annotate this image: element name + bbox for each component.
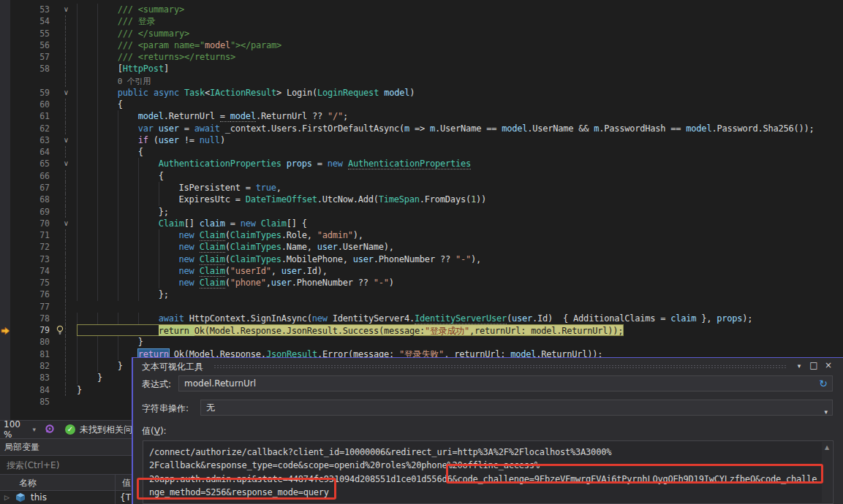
code-line[interactable]: 68ExpiresUtc = DateTimeOffset.UtcNow.Add… — [0, 194, 843, 205]
line-number[interactable]: 83 — [0, 372, 56, 383]
code-lines[interactable]: 53∨/// <summary>54/// 登录55/// </summary>… — [0, 4, 843, 408]
column-divider[interactable] — [115, 475, 116, 490]
code-text[interactable]: /// <summary> — [77, 4, 184, 15]
code-line[interactable]: 67IsPersistent = true, — [0, 182, 843, 194]
line-number[interactable]: 72 — [0, 241, 56, 253]
line-number[interactable]: 82 — [0, 360, 56, 372]
code-text[interactable]: await HttpContext.SignInAsync(new Identi… — [77, 313, 752, 324]
code-text[interactable]: { — [77, 99, 123, 110]
code-line[interactable]: 55/// </summary> — [0, 28, 843, 39]
code-line[interactable]: 71new Claim(ClaimTypes.Role, "admin"), — [0, 229, 843, 241]
line-number[interactable]: 75 — [0, 277, 56, 289]
code-text[interactable]: { — [77, 146, 143, 158]
code-text[interactable]: } — [77, 336, 143, 348]
code-text[interactable]: ExpiresUtc = DateTimeOffset.UtcNow.Add(T… — [77, 194, 486, 205]
column-divider[interactable] — [115, 491, 116, 504]
code-text[interactable]: /// <param name="model"></param> — [77, 39, 281, 51]
code-line[interactable]: 61model.ReturnUrl = model.ReturnUrl ?? "… — [0, 110, 843, 122]
zoom-level-control[interactable]: 100 % — [0, 420, 26, 438]
line-number[interactable]: 81 — [0, 348, 56, 360]
line-number[interactable]: 67 — [0, 182, 56, 194]
code-line[interactable]: 73new Claim(ClaimTypes.MobilePhone, user… — [0, 253, 843, 265]
line-number[interactable]: 66 — [0, 170, 56, 182]
code-text[interactable]: Claim[] claim = new Claim[] { — [77, 218, 307, 229]
code-text[interactable]: /// </summary> — [77, 28, 189, 39]
line-number[interactable]: 58 — [0, 63, 56, 75]
code-text[interactable]: new Claim(ClaimTypes.MobilePhone, user.P… — [77, 253, 481, 265]
window-menu-icon[interactable]: ▾ — [793, 362, 805, 370]
code-text[interactable]: 0 个引用 — [77, 75, 151, 87]
expander-icon[interactable]: ▷ — [4, 491, 10, 504]
line-number[interactable]: 64 — [0, 146, 56, 158]
code-line[interactable]: 66{ — [0, 170, 843, 182]
line-number[interactable]: 85 — [0, 396, 56, 408]
locals-panel-title[interactable]: 局部变量 — [0, 438, 132, 455]
locals-search-input[interactable]: 搜索(Ctrl+E) — [0, 455, 132, 474]
code-line[interactable]: 59∨public async Task<IActionResult> Logi… — [0, 87, 843, 99]
code-line[interactable]: 75new Claim("phone",user.PhoneNumber ?? … — [0, 277, 843, 289]
line-number[interactable]: 84 — [0, 384, 56, 396]
code-text[interactable]: { — [77, 170, 164, 182]
code-line[interactable]: 80} — [0, 336, 843, 348]
code-line[interactable]: 57/// <returns></returns> — [0, 51, 843, 63]
code-text[interactable]: }; — [77, 289, 169, 300]
line-number[interactable]: 73 — [0, 253, 56, 265]
code-line[interactable]: 0 个引用 — [0, 75, 843, 87]
fold-collapse-icon[interactable]: ∨ — [56, 4, 77, 15]
code-line[interactable]: 54/// 登录 — [0, 15, 843, 27]
line-number[interactable]: 55 — [0, 28, 56, 39]
locals-row-this[interactable]: ▷ this {T — [0, 490, 132, 504]
code-line[interactable]: 60{ — [0, 99, 843, 110]
line-number[interactable]: 54 — [0, 15, 56, 27]
purple-swirl-icon[interactable] — [45, 423, 55, 437]
column-header-name[interactable]: 名称 — [19, 475, 37, 490]
code-line[interactable]: 64{ — [0, 146, 843, 158]
line-number[interactable]: 74 — [0, 265, 56, 277]
code-text[interactable]: }; — [77, 206, 169, 218]
code-line[interactable]: 77 — [0, 301, 843, 313]
line-number[interactable]: 65 — [0, 158, 56, 169]
line-number[interactable] — [0, 75, 56, 87]
code-text[interactable]: new Claim("userId", user.Id), — [77, 265, 328, 277]
scroll-up-icon[interactable]: ▲ — [822, 442, 832, 451]
code-line[interactable]: 76}; — [0, 289, 843, 300]
code-text[interactable]: new Claim(ClaimTypes.Role, "admin"), — [77, 229, 363, 241]
line-number[interactable]: 57 — [0, 51, 56, 63]
fold-collapse-icon[interactable]: ∨ — [56, 218, 77, 229]
line-number[interactable]: 78 — [0, 313, 56, 324]
scrollbar[interactable]: ▲ — [822, 442, 832, 503]
line-number[interactable]: 69 — [0, 206, 56, 218]
line-number[interactable]: 59 — [0, 87, 56, 99]
code-text[interactable]: model.ReturnUrl = model.ReturnUrl ?? "/"… — [77, 110, 348, 122]
code-text[interactable]: } — [77, 360, 123, 372]
code-line[interactable]: 72new Claim(ClaimTypes.Name, user.UserNa… — [0, 241, 843, 253]
code-text[interactable]: } — [77, 384, 82, 396]
visualizer-titlebar[interactable]: 文本可视化工具 ▾ □ × — [133, 358, 843, 375]
code-text[interactable]: if (user != null) — [77, 134, 225, 146]
code-line[interactable]: 70∨Claim[] claim = new Claim[] { — [0, 218, 843, 229]
code-text[interactable]: IsPersistent = true, — [77, 182, 281, 194]
code-text[interactable]: [HttpPost] — [77, 63, 169, 75]
line-number[interactable]: 62 — [0, 123, 56, 134]
line-number[interactable]: 68 — [0, 194, 56, 205]
zoom-caret-icon[interactable]: ▾ — [32, 426, 36, 433]
line-number[interactable]: 80 — [0, 336, 56, 348]
code-text[interactable]: new Claim("phone",user.PhoneNumber ?? "-… — [77, 277, 394, 289]
line-number[interactable]: 61 — [0, 110, 56, 122]
code-text[interactable]: return Ok(Model.Response.JsonResult.Succ… — [77, 324, 624, 336]
fold-collapse-icon[interactable]: ∨ — [56, 87, 77, 99]
line-number[interactable]: 77 — [0, 301, 56, 313]
code-line[interactable]: 63∨if (user != null) — [0, 134, 843, 146]
refresh-icon[interactable]: ↻ — [819, 376, 828, 391]
line-number[interactable]: 76 — [0, 289, 56, 300]
line-number[interactable]: 63 — [0, 134, 56, 146]
close-icon[interactable]: × — [823, 360, 834, 370]
code-line[interactable]: 62var user = await _context.Users.FirstO… — [0, 123, 843, 134]
string-op-dropdown[interactable]: 无 ▾ — [200, 400, 833, 416]
fold-collapse-icon[interactable]: ∨ — [56, 158, 77, 169]
code-line[interactable]: 78await HttpContext.SignInAsync(new Iden… — [0, 313, 843, 324]
line-number[interactable]: 56 — [0, 39, 56, 51]
expression-input[interactable]: model.ReturnUrl ↻ — [178, 375, 833, 392]
line-number[interactable]: 70 — [0, 218, 56, 229]
code-text[interactable]: /// 登录 — [77, 15, 155, 27]
